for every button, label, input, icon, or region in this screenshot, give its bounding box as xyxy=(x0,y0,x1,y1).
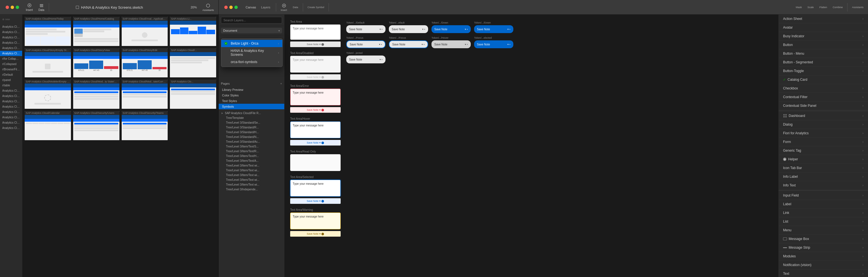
component-message-strip[interactable]: Message Strip › xyxy=(779,243,868,252)
insert-btn-right[interactable]: Insert xyxy=(278,2,289,12)
document-dropdown-trigger[interactable]: Document ▾ xyxy=(221,28,282,33)
thumbnail-3[interactable]: SAP Analytics Li... xyxy=(170,17,216,46)
canvas-tab-btn[interactable]: Canvas xyxy=(243,4,258,10)
sidebar-item-0[interactable]: Analytics Cloud/Sys... xyxy=(0,24,22,29)
thumbnail-2[interactable]: SAP Analytics Cloud/Anal...Application/e… xyxy=(122,17,168,46)
thumbnail-9[interactable]: SAP Analytics Cloud/Mod...ty State/Publi… xyxy=(73,80,119,109)
thumbnail-8[interactable]: SAP Analytics Cloud/Modeler/Empty State/… xyxy=(25,80,71,109)
component-fiori-analytics[interactable]: Fiori for Analytics › xyxy=(779,129,868,138)
assistants-btn-right[interactable]: Assistants xyxy=(850,5,866,10)
component-contextual-filter[interactable]: Contextual Filter › xyxy=(779,93,868,101)
sidebar-item-4[interactable]: Analytics Cloud/Ho... xyxy=(0,45,22,51)
layer-standard-ac[interactable]: Tree/Level 3/Standard/Ac... xyxy=(219,139,284,144)
layer-item-textwi-3[interactable]: Tree/Level 3/Item/Text wi... xyxy=(219,173,284,178)
layer-standard-n[interactable]: Tree/Level 3/Standard/N... xyxy=(219,134,284,139)
component-info-text[interactable]: Info Text › xyxy=(779,181,868,190)
component-checkbox[interactable]: Checkbox › xyxy=(779,84,868,93)
sidebar-item-2[interactable]: Analytics Cloud/Sec... xyxy=(0,35,22,40)
component-message-box[interactable]: Message Box › xyxy=(779,235,868,243)
page-library-preview[interactable]: Library Preview xyxy=(219,87,284,93)
thumbnail-7[interactable]: SAP Analytics Cloud/... xyxy=(170,48,216,78)
component-avatar[interactable]: Avatar xyxy=(779,23,868,32)
dropdown-item-hana[interactable]: HANA & Analytics Key Screens › xyxy=(221,47,282,58)
layer-standard-r[interactable]: Tree/Level 3/Standard/R... xyxy=(219,125,284,130)
thumbnail-11[interactable]: SAP Analytics Clo... xyxy=(170,80,216,109)
page-text-styles[interactable]: Text Styles xyxy=(219,98,284,104)
component-input-field[interactable]: Input Field › xyxy=(779,191,868,200)
sidebar-item-7[interactable]: r/Collapsed xyxy=(0,61,22,67)
component-button-segmented[interactable]: Button - Segmented › xyxy=(779,58,868,67)
maximize-button-right[interactable] xyxy=(235,6,238,9)
close-button-right[interactable] xyxy=(224,6,228,9)
assistants-button[interactable]: Assistants xyxy=(200,2,216,12)
layer-item-textwi-2[interactable]: Tree/Level 3/Item/Text wi... xyxy=(219,168,284,173)
sidebar-item-14[interactable]: Analytics Cloud/Ana... xyxy=(0,99,22,104)
sidebar-item-16[interactable]: Analytics Cloud/Mod... xyxy=(0,109,22,115)
data-btn-right[interactable]: Data xyxy=(290,5,301,10)
sidebar-item-8[interactable]: r/Browse/Files xyxy=(0,67,22,72)
textarea-error-box[interactable]: Type your message here xyxy=(290,89,341,105)
sidebar-item-3[interactable]: Analytics Cloud/Sec... xyxy=(0,40,22,45)
sidebar-item-15[interactable]: Analytics Cloud/Stor... xyxy=(0,104,22,109)
layer-item-text-a[interactable]: Tree/Level 3/Item/Text/A... xyxy=(219,158,284,163)
zoom-button[interactable]: 20% xyxy=(188,4,199,10)
thumbnail-0[interactable]: SAP Analytics Cloud/Home/Today xyxy=(25,17,71,46)
scale-btn[interactable]: Scale xyxy=(805,5,816,10)
sidebar-item-5[interactable]: Analytics Cloud/File... xyxy=(0,51,22,56)
component-button-toggle[interactable]: Button-Toggle › xyxy=(779,67,868,75)
dropdown-item-orca[interactable]: orca-fiori-symbols › xyxy=(221,58,282,66)
minimize-button-right[interactable] xyxy=(229,6,233,9)
component-label[interactable]: Label › xyxy=(779,200,868,209)
component-modules[interactable]: Modules › xyxy=(779,252,868,261)
flatten-btn[interactable]: Flatten xyxy=(817,5,829,10)
search-input[interactable] xyxy=(221,17,282,24)
create-symbol-btn[interactable]: Create Symbol xyxy=(305,5,327,10)
sidebar-item-17[interactable]: Analytics Cloud/Mod... xyxy=(0,115,22,120)
sidebar-item-13[interactable]: Analytics Cloud/Ana... xyxy=(0,93,22,99)
thumbnail-1[interactable]: SAP Analytics Cloud/Home/Catalog xyxy=(73,17,119,46)
layer-item-text-h[interactable]: Tree/Level 3/Item/Text/H... xyxy=(219,154,284,158)
thumbnail-14[interactable]: SAP Analytics Cloud/Security/Teams xyxy=(122,111,168,140)
sidebar-item-11[interactable]: r/table xyxy=(0,83,22,88)
component-notification[interactable]: Notification (vision) › xyxy=(779,261,868,270)
close-button[interactable] xyxy=(6,6,9,9)
mask-btn[interactable]: Mask xyxy=(794,5,804,10)
layer-file[interactable]: ▶ SAP Analytics Cloud/File R... xyxy=(219,111,284,116)
thumbnail-4[interactable]: SAP Analytics Cloud/Story/Empty State xyxy=(25,48,71,78)
combine-btn[interactable]: Combine xyxy=(831,5,845,10)
layers-tab-btn[interactable]: Layers xyxy=(259,4,273,10)
component-generic-tag[interactable]: Generic Tag › xyxy=(779,146,868,155)
sidebar-item-9[interactable]: r/Default xyxy=(0,72,22,78)
sidebar-item-19[interactable]: Analytics Cloud/Ho... xyxy=(0,125,22,131)
component-busy-indicator[interactable]: Busy Indicator › xyxy=(779,32,868,41)
add-page-btn[interactable]: + xyxy=(280,82,282,85)
component-helper[interactable]: G Helper › xyxy=(779,155,868,164)
thumbnail-12[interactable]: SAP Analytics Cloud/Calendar xyxy=(25,111,71,140)
layer-item-textwi-4[interactable]: Tree/Level 3/Item/Text wi... xyxy=(219,178,284,182)
component-menu[interactable]: Menu › xyxy=(779,226,868,235)
sidebar-item-10[interactable]: r/panel xyxy=(0,78,22,83)
component-dashboard[interactable]: Dashboard › xyxy=(779,112,868,120)
component-list[interactable]: List › xyxy=(779,217,868,226)
insert-button[interactable]: Insert xyxy=(24,2,35,12)
component-contextual-side-panel[interactable]: Contextual Side Panel › xyxy=(779,101,868,110)
layer-item-text-r[interactable]: Tree/Level 3/Item/Text/R... xyxy=(219,149,284,154)
textarea-hover-box[interactable]: Type your message here xyxy=(290,121,341,138)
component-action-sheet[interactable]: Action Sheet › xyxy=(779,14,868,23)
page-color-styles[interactable]: Color Styles xyxy=(219,93,284,98)
sidebar-item-12[interactable]: Analytics Cloud/Cal... xyxy=(0,88,22,93)
layer-item-text-s[interactable]: Tree/Level 3/Item/Text/S... xyxy=(219,144,284,149)
component-dialog[interactable]: Dialog › xyxy=(779,120,868,129)
minimize-button[interactable] xyxy=(11,6,14,9)
layer-item-textwi-5[interactable]: Tree/Level 3/Item/Text wi... xyxy=(219,182,284,187)
component-link[interactable]: Link › xyxy=(779,209,868,217)
dropdown-item-belize[interactable]: ✓ Belize Light - Orca › xyxy=(221,40,282,47)
sidebar-item-1[interactable]: Analytics Cloud/Sys... xyxy=(0,29,22,35)
textarea-selected-box[interactable]: Type your message here xyxy=(290,180,341,196)
component-icon-tab-bar[interactable]: Icon Tab Bar › xyxy=(779,164,868,173)
component-button-menu[interactable]: Button - Menu › xyxy=(779,49,868,58)
component-text[interactable]: Text › xyxy=(779,270,868,277)
layer-independent[interactable]: Tree/Level 3/Independe... xyxy=(219,187,284,192)
thumbnail-5[interactable]: SAP Analytics Cloud/Story/View 679.21 xyxy=(73,48,119,78)
thumbnail-13[interactable]: SAP Analytics Cloud/Security/Users xyxy=(73,111,119,140)
